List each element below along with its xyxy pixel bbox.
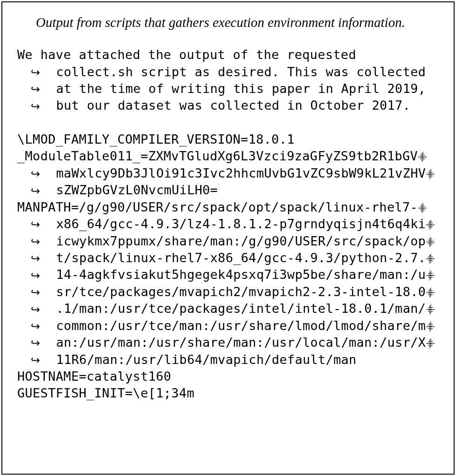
code-text: collect.sh script as desired. This was c… [56,64,426,80]
line-wrap-mark-icon: ⸎ [426,286,436,300]
code-line: ↪ 11R6/man:/usr/lib64/mvapich/default/ma… [17,351,439,368]
continuation-arrow-icon: ↪ [31,336,40,350]
intro-block: We have attached the output of the reque… [17,46,439,114]
code-text: common:/usr/tce/man:/usr/share/lmod/lmod… [56,317,426,334]
code-text: GUESTFISH_INIT=\e[1;34m [17,385,194,402]
caption-content: Output from scripts that gathers executi… [36,15,405,30]
continuation-arrow-icon: ↪ [31,65,40,80]
continuation-arrow-icon: ↪ [31,217,40,232]
continuation-arrow-icon: ↪ [31,82,40,97]
env-block: \LMOD_FAMILY_COMPILER_VERSION=18.0.1_Mod… [17,131,439,402]
code-line: ↪ sr/tce/packages/mvapich2/mvapich2-2.3-… [17,284,439,300]
continuation-arrow-icon: ↪ [31,302,40,317]
code-text: _ModuleTable011_=ZXMvTGludXg6L3Vzci9zaGF… [17,148,418,165]
code-text: sZWZpbGVzL0NvcmUiLH0= [56,182,218,198]
continuation-arrow-icon: ↪ [31,251,40,266]
code-text: We have attached the output of the reque… [17,46,356,63]
code-text: an:/usr/man:/usr/share/man:/usr/local/ma… [56,334,426,351]
code-text: .1/man:/usr/tce/packages/intel/intel-18.… [56,300,426,317]
line-wrap-mark-icon: ⸎ [426,269,436,283]
code-text: x86_64/gcc-4.9.3/lz4-1.8.1.2-p7grndyqisj… [56,216,426,232]
line-wrap-mark-icon: ⸎ [426,167,436,181]
continuation-arrow-icon: ↪ [31,234,40,249]
code-line: HOSTNAME=catalyst160 [17,368,439,385]
code-line: MANPATH=/g/g90/USER/src/spack/opt/spack/… [17,199,439,216]
code-text: icwykmx7ppumx/share/man:/g/g90/USER/src/… [56,233,426,250]
caption-text: Output from scripts that gathers executi… [17,13,439,32]
code-text: t/spack/linux-rhel7-x86_64/gcc-4.9.3/pyt… [56,250,426,266]
code-line: GUESTFISH_INIT=\e[1;34m [17,385,439,402]
code-text: MANPATH=/g/g90/USER/src/spack/opt/spack/… [17,199,418,216]
line-wrap-mark-icon: ⸎ [426,235,436,249]
continuation-arrow-icon: ↪ [31,99,40,114]
document-frame: Output from scripts that gathers executi… [1,1,455,475]
code-text: but our dataset was collected in October… [56,97,410,114]
code-line: ↪ icwykmx7ppumx/share/man:/g/g90/USER/sr… [17,233,439,250]
line-wrap-mark-icon: ⸎ [418,201,428,215]
continuation-arrow-icon: ↪ [31,319,40,334]
code-line: ↪ an:/usr/man:/usr/share/man:/usr/local/… [17,334,439,351]
line-wrap-mark-icon: ⸎ [418,150,428,164]
code-text: 11R6/man:/usr/lib64/mvapich/default/man [56,351,356,368]
code-line: ↪ t/spack/linux-rhel7-x86_64/gcc-4.9.3/p… [17,250,439,266]
code-text: at the time of writing this paper in Apr… [56,80,426,97]
continuation-arrow-icon: ↪ [31,285,40,300]
line-wrap-mark-icon: ⸎ [426,218,436,232]
line-wrap-mark-icon: ⸎ [426,320,436,334]
code-line: ↪ .1/man:/usr/tce/packages/intel/intel-1… [17,300,439,317]
code-text: sr/tce/packages/mvapich2/mvapich2-2.3-in… [56,284,426,300]
line-wrap-mark-icon: ⸎ [426,252,436,266]
code-line: ↪ at the time of writing this paper in A… [17,80,439,97]
code-line: We have attached the output of the reque… [17,46,439,63]
code-text: maWxlcy9Db3JlOi91c3Ivc2hhcmUvbG1vZC9sbW9… [56,165,426,182]
code-text: 14-4agkfvsiakut5hgegek4psxq7i3wp5be/shar… [56,266,426,283]
code-line: ↪ 14-4agkfvsiakut5hgegek4psxq7i3wp5be/sh… [17,266,439,283]
code-line: ↪ sZWZpbGVzL0NvcmUiLH0= [17,182,439,198]
code-text: HOSTNAME=catalyst160 [17,368,171,385]
code-line: \LMOD_FAMILY_COMPILER_VERSION=18.0.1 [17,131,439,148]
code-line: ↪ common:/usr/tce/man:/usr/share/lmod/lm… [17,317,439,334]
continuation-arrow-icon: ↪ [31,268,40,283]
code-text: \LMOD_FAMILY_COMPILER_VERSION=18.0.1 [17,131,295,148]
code-line: ↪ x86_64/gcc-4.9.3/lz4-1.8.1.2-p7grndyqi… [17,216,439,232]
code-line: ↪ maWxlcy9Db3JlOi91c3Ivc2hhcmUvbG1vZC9sb… [17,165,439,182]
code-line: ↪ collect.sh script as desired. This was… [17,64,439,80]
code-line: ↪ but our dataset was collected in Octob… [17,97,439,114]
line-wrap-mark-icon: ⸎ [426,303,436,317]
line-wrap-mark-icon: ⸎ [426,337,436,350]
continuation-arrow-icon: ↪ [31,166,40,181]
code-line: _ModuleTable011_=ZXMvTGludXg6L3Vzci9zaGF… [17,148,439,165]
continuation-arrow-icon: ↪ [31,353,40,368]
continuation-arrow-icon: ↪ [31,184,40,198]
